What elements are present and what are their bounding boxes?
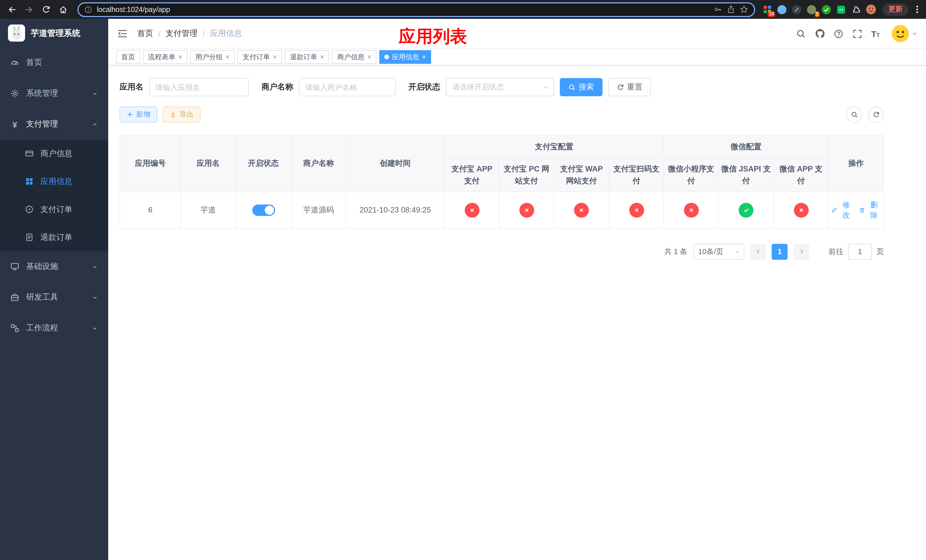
caret-down-icon [912,31,917,36]
extension-blue-icon[interactable] [777,4,787,15]
cell-wx-lite [664,192,719,229]
cell-wx-app [774,192,828,229]
status-select[interactable]: 请选择开启状态 [446,78,554,96]
sidebar-item-merchant-info[interactable]: 商户信息 [0,139,108,168]
sidebar-item-payment-orders[interactable]: 支付订单 [0,195,108,223]
close-icon[interactable]: × [422,53,426,61]
channel-status-icon [465,203,479,218]
col-header-alipay-wap: 支付宝 WAP 网站支付 [554,159,609,192]
search-icon[interactable] [796,29,806,39]
extension-avatar-icon[interactable]: 1 [806,4,817,15]
prev-page-button[interactable] [750,244,766,260]
fullscreen-icon[interactable] [852,29,862,39]
close-icon[interactable]: × [320,53,324,61]
goto-label: 前往 [829,247,843,257]
merchant-name-input[interactable] [299,78,396,96]
help-icon[interactable] [834,29,844,39]
user-menu[interactable] [892,25,917,42]
extension-chat-icon[interactable] [836,4,846,15]
password-key-icon[interactable] [714,5,722,14]
goto-page-input[interactable] [848,244,872,260]
search-button[interactable]: 搜索 [560,78,602,96]
refresh-icon [872,111,879,118]
download-icon [170,111,177,118]
search-icon [568,83,576,91]
github-icon[interactable] [815,29,825,39]
breadcrumb: 首页 / 支付管理 / 应用信息 [137,29,242,39]
tab-user-group[interactable]: 用户分组× [190,50,235,64]
extension-badge: 1 [815,11,820,17]
col-header-alipay-app: 支付宝 APP 支付 [445,159,499,192]
status-toggle[interactable] [252,204,275,216]
home-icon[interactable] [56,2,71,17]
tab-refund-orders[interactable]: 退款订单× [285,50,329,64]
channel-status-icon [684,203,699,218]
tab-home[interactable]: 首页 [116,50,140,64]
app-title: 芋道管理系统 [31,28,80,38]
bookmark-star-icon[interactable] [740,5,748,14]
tab-app-info[interactable]: 应用信息× [379,50,431,64]
sidebar-item-payment[interactable]: ¥ 支付管理 [0,109,108,139]
channel-status-icon [574,203,589,218]
add-button[interactable]: 新增 [120,106,157,123]
extensions-puzzle-icon[interactable] [851,4,861,15]
url-bar[interactable]: localhost:1024/pay/app [77,2,755,17]
page-size-select[interactable]: 10条/页 [693,244,744,260]
col-header-alipay-qr: 支付宝扫码支付 [609,159,664,192]
search-icon [850,111,858,118]
sidebar-item-workflow[interactable]: 工作流程 [0,313,108,344]
sidebar-item-system[interactable]: 系统管理 [0,78,108,109]
share-icon[interactable] [727,5,735,14]
close-icon[interactable]: × [225,53,230,61]
delete-button[interactable]: 删除 [859,200,881,221]
status-select-placeholder: 请选择开启状态 [452,82,504,92]
app-name-input[interactable] [149,78,249,96]
extension-grid-icon[interactable]: 10 [762,4,772,15]
export-button[interactable]: 导出 [163,106,200,123]
forward-icon[interactable] [22,2,36,17]
refresh-table-button[interactable] [868,106,884,123]
sidebar-item-refund-orders[interactable]: 退款订单 [0,223,108,251]
card-icon [25,149,33,158]
col-header-merchant: 商户名称 [291,135,346,192]
close-icon[interactable]: × [178,53,182,61]
edit-button[interactable]: 修改 [831,200,853,221]
coin-icon [25,205,33,213]
reset-button[interactable]: 重置 [608,78,651,96]
url-text: localhost:1024/pay/app [97,5,170,14]
close-icon[interactable]: × [273,53,277,61]
trash-icon [859,207,865,213]
cell-wx-jsapi [719,192,774,229]
app-logo[interactable]: 芋道管理系统 [0,19,108,47]
tab-payment-orders[interactable]: 支付订单× [238,50,282,64]
cell-app-name: 芋道 [181,192,236,229]
extension-green-circle-icon[interactable] [821,4,831,15]
extension-dark-icon[interactable] [791,4,802,15]
next-page-button[interactable] [793,244,809,260]
sidebar-item-home[interactable]: 首页 [0,47,108,78]
back-icon[interactable] [5,2,20,17]
chevron-up-icon [92,121,98,127]
sidebar-item-infrastructure[interactable]: 基础设施 [0,251,108,282]
chevron-down-icon [735,249,740,255]
breadcrumb-payment[interactable]: 支付管理 [166,29,198,39]
font-size-icon[interactable]: TT [871,29,880,38]
browser-menu-icon[interactable] [913,3,921,15]
sidebar-item-app-info[interactable]: 应用信息 [0,168,108,195]
chevron-down-icon [92,294,98,301]
breadcrumb-home[interactable]: 首页 [137,29,153,39]
reload-icon[interactable] [39,2,53,17]
tab-process-form[interactable]: 流程表单× [143,50,188,64]
tab-merchant-info[interactable]: 商户信息× [332,50,377,64]
chevron-left-icon [755,249,761,255]
close-icon[interactable]: × [367,53,371,61]
page-number-1[interactable]: 1 [772,244,788,260]
profile-avatar-icon[interactable] [865,4,876,15]
toggle-search-button[interactable] [846,106,862,123]
hamburger-icon[interactable] [117,28,128,39]
sidebar-item-label: 应用信息 [41,176,72,186]
site-info-icon[interactable] [84,5,92,14]
sidebar-item-dev-tools[interactable]: 研发工具 [0,282,108,313]
browser-update-button[interactable]: 更新 [883,3,908,16]
cell-status [236,192,291,229]
